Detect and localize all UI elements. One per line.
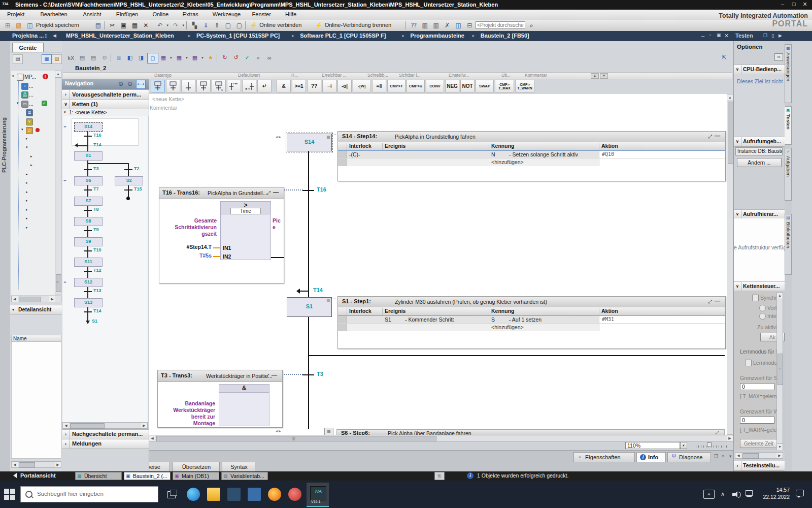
tree-row-11[interactable]: ▸ [11,171,55,179]
task-button-variablentab[interactable]: ▤Variablentab... [221,472,268,480]
online-connect-icon[interactable]: ⚡ [248,21,258,30]
no-contact-icon[interactable]: ⊣ [322,80,336,92]
detail-view-header[interactable]: ▾Detailansicht [10,305,62,314]
nav-hscrollbar[interactable]: ◀▶ [62,422,148,429]
tree-row-12[interactable]: ▸ [11,179,55,188]
printer-status-icon[interactable]: ⎘ [434,472,445,480]
nav-transition-T16[interactable] [84,136,92,137]
menu-item-einfgen[interactable]: Einfügen [113,11,141,20]
empty-box-icon[interactable]: ?? [307,80,321,92]
test-pane-split-icon[interactable]: ▯ [771,33,774,38]
project-search-input[interactable] [476,21,525,29]
editor-close-icon[interactable]: ✕ [724,33,729,39]
nav-step-S6[interactable]: S6 [74,176,103,185]
expand-icon[interactable]: ⤢ [266,190,270,196]
change-button[interactable]: Ändern ... [737,158,782,167]
insert-step-transition-after-icon[interactable] [196,80,211,92]
nav-transition-T10[interactable] [84,250,92,251]
nav-step-S13[interactable]: S13 [74,298,103,307]
redo-icon[interactable]: ↷ [171,21,181,30]
nav-step-S1[interactable]: S1 [74,151,103,161]
nav-step-S9[interactable]: S9 [74,237,103,246]
tree-expander-icon[interactable]: ▸ [26,216,28,220]
diagnostics-icon[interactable]: ⁇ [409,21,419,30]
nav-transition-T8[interactable] [84,210,92,211]
split-v-icon[interactable]: ⊟ [464,21,475,30]
call-environment-header[interactable]: ∨Aufrufumgeb... [734,137,785,147]
nav-step-S11[interactable]: S11 [74,258,103,267]
operand-view-2-icon[interactable]: ▦ [174,53,184,62]
task-button-bersicht[interactable]: ▦Übersicht [75,472,122,480]
tree-expander-icon[interactable]: ▸ [26,137,28,141]
tree-row-0[interactable]: ▾🗎MP...! [11,73,55,81]
inspector-menu-icon[interactable]: ≡ [722,454,724,459]
online-connect-icon-label[interactable]: Online verbinden [259,22,301,28]
s14-detail-panel-row-1[interactable]: -(C)-N- Setzen solange Schritt aktiv#Q10 [338,150,725,158]
nav-step-S7[interactable]: S7 [74,197,103,206]
scroll-up-icon[interactable]: ▲ [727,94,733,101]
media-app-icon[interactable] [288,488,301,501]
notification-center-icon[interactable] [796,490,804,497]
maximize-button[interactable]: ▢ [789,0,799,10]
scroll-left-icon[interactable]: ◀ [63,423,69,428]
actions-grid-icon[interactable]: ▦ [326,298,330,303]
inspector-float-icon[interactable]: ❐ [714,454,718,459]
status-icon[interactable]: ✓ [242,53,252,62]
canvas-vthumb[interactable] [728,102,733,164]
result-tab-syntax[interactable]: Syntax [222,462,255,471]
start-button[interactable] [4,489,15,500]
zoom-slider-track[interactable] [696,446,727,448]
lernmodus-checkbox[interactable] [745,360,752,366]
canvas-hscrollbar[interactable]: ◀|||▶ [149,435,733,441]
glasses-icon[interactable]: ∞ [264,53,275,62]
tree-expander-icon[interactable]: ▸ [26,181,28,185]
s14-detail-panel-row-2[interactable]: <hinzufügen> [338,158,725,166]
test-settings-header[interactable]: ›Testeinstellu... [734,461,785,471]
network-icon[interactable] [745,490,753,497]
scroll-right-icon[interactable]: ▶ [55,462,61,467]
nav-transition-T3[interactable] [84,169,92,170]
mail-icon[interactable] [248,488,261,501]
call-hierarchy-header[interactable]: ∨Aufrufhierar... [734,209,785,219]
side-tab-testen[interactable]: ▣Testen [785,106,792,145]
tree-expander-icon[interactable]: ▾ [21,128,23,132]
tree-vscrollbar[interactable]: ▲≡ [55,71,61,295]
operand-view-3-icon[interactable]: ▦ [190,53,200,62]
cpu-panel-header[interactable]: ∨CPU-Bedienp... [734,65,785,75]
project-nav-float-icon[interactable]: ▯ [45,33,47,38]
inspector-tab-diagnose[interactable]: ΨDiagnose [667,452,711,462]
close-button[interactable]: ✕ [800,0,810,10]
tree-hthumb[interactable] [19,297,41,302]
cmp-u-icon[interactable]: CMP>U [407,80,425,92]
nav-step-S14[interactable]: S14 [74,122,103,132]
portal-view-label[interactable]: Portalansicht [20,472,56,479]
conv-icon[interactable]: CONV [426,80,444,92]
inspector-tab-eigenschaften[interactable]: ⌕Eigenschaften [573,452,635,462]
favorites-icon[interactable]: ★ [206,53,216,62]
add-entry-link[interactable]: <hinzufügen> [491,159,524,165]
editor-expand-icon[interactable]: ⇱ [719,53,729,62]
panel-bottom-scrollbar[interactable]: ◀▶ [11,461,61,468]
portal-view-icon[interactable] [13,473,17,478]
minimize-icon[interactable]: — [272,372,277,378]
coil-w-icon[interactable]: -[W] [353,80,371,92]
menu-item-bearbeiten[interactable]: Bearbeiten [37,11,70,20]
minimize-icon[interactable]: — [715,133,720,139]
section-pre-operations[interactable]: ›Vorausgeschaltete perm... [62,89,149,100]
scroll-right-icon[interactable]: ▶ [727,435,733,441]
paste-icon[interactable]: ▦ [129,21,140,30]
menu-item-extras[interactable]: Extras [180,11,201,20]
edge-icon[interactable] [187,488,200,501]
tree-row-17[interactable]: ▸ [11,224,55,233]
tree-row-10[interactable]: ▸ [11,162,55,170]
zoom-dropdown-button[interactable]: ▼ [680,442,687,449]
rename-steps-icon[interactable]: kX [66,53,76,62]
project-nav-collapse-icon[interactable]: ◀ [53,33,56,38]
task-button-mainob1[interactable]: ▣Main (OB1) [173,472,219,480]
editor-minimize-icon[interactable]: – [701,33,704,39]
step-s1[interactable]: S1▦ [287,297,332,317]
firefox-icon[interactable] [268,488,281,501]
tree-expander-icon[interactable]: ▸ [30,163,32,167]
tray-chevron-icon[interactable]: ∧ [721,491,725,497]
stop-cpu-icon[interactable]: ▢ [234,21,244,30]
